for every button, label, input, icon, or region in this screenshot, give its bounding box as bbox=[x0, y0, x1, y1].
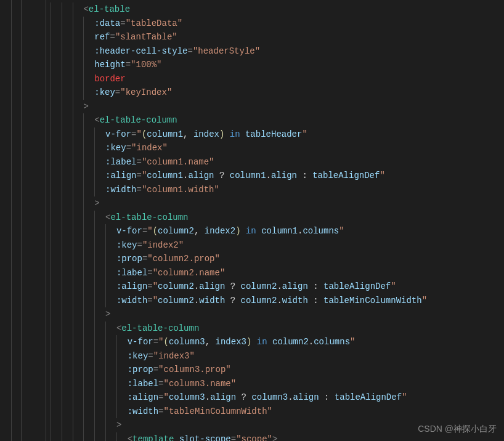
code-line[interactable]: :label="column2.name" bbox=[51, 266, 504, 280]
token-d: : bbox=[297, 171, 312, 180]
token-v: tableAlignDef bbox=[335, 392, 402, 402]
code-line[interactable]: > bbox=[51, 100, 504, 114]
code-line[interactable]: :width="column1.width" bbox=[51, 183, 504, 197]
token-d: . bbox=[277, 296, 282, 305]
code-line[interactable]: v-for="(column2, index2) in column1.colu… bbox=[51, 224, 504, 238]
code-line[interactable]: :align="column1.align ? column1.align : … bbox=[51, 169, 504, 183]
token-s: "column2.prop" bbox=[147, 254, 220, 264]
code-line[interactable]: :key="index" bbox=[51, 141, 504, 155]
token-a: :prop bbox=[116, 254, 142, 264]
code-line[interactable]: <el-table-column bbox=[51, 322, 504, 336]
code-editor[interactable]: <el-table :data="tableData" ref="slantTa… bbox=[51, 0, 504, 441]
code-line[interactable]: :prop="column3.prop" bbox=[51, 363, 504, 377]
token-p: < bbox=[94, 115, 99, 125]
code-line[interactable]: :key="index3" bbox=[51, 349, 504, 363]
token-v: column1 bbox=[230, 171, 266, 180]
token-d bbox=[224, 129, 229, 139]
token-d bbox=[256, 226, 261, 236]
token-v: column2 bbox=[272, 337, 309, 347]
code-line[interactable]: :prop="column2.prop" bbox=[51, 252, 504, 266]
token-a: :align bbox=[128, 392, 158, 402]
code-line[interactable]: v-for="(column3, index3) in column2.colu… bbox=[51, 335, 504, 349]
token-y: ( bbox=[164, 337, 169, 347]
code-line[interactable]: :key="keyIndex" bbox=[51, 86, 504, 100]
code-line[interactable]: :key="index2" bbox=[51, 238, 504, 253]
code-line[interactable]: :label="column3.name" bbox=[51, 377, 504, 391]
token-p: = bbox=[120, 18, 125, 28]
code-line[interactable]: <el-table-column bbox=[51, 113, 504, 127]
token-v: align bbox=[293, 392, 319, 402]
code-line[interactable]: height="100%" bbox=[51, 58, 504, 72]
token-d: . bbox=[266, 171, 271, 180]
token-v: column3 bbox=[169, 392, 205, 402]
token-v: width bbox=[282, 296, 308, 305]
token-k: in bbox=[246, 226, 256, 236]
token-d: , bbox=[194, 226, 205, 236]
token-v: tableAlignDef bbox=[312, 171, 380, 180]
code-line[interactable]: :header-cell-style="headerStyle" bbox=[51, 44, 504, 59]
token-p: = bbox=[136, 171, 141, 180]
token-a: :header-cell-style bbox=[94, 46, 187, 56]
token-v: column2 bbox=[158, 226, 194, 236]
token-p: = bbox=[153, 365, 158, 374]
token-d bbox=[251, 337, 256, 347]
code-line[interactable]: ref="slantTable" bbox=[51, 30, 504, 44]
token-a: v-for bbox=[128, 337, 153, 347]
code-line[interactable]: <el-table-column bbox=[51, 211, 504, 225]
token-t: el-table-column bbox=[110, 212, 188, 222]
token-v: align bbox=[282, 281, 308, 291]
token-p: > bbox=[94, 198, 99, 208]
code-line[interactable]: :align="column2.align ? column2.align : … bbox=[51, 280, 504, 294]
token-a: :label bbox=[116, 268, 147, 278]
code-line[interactable]: > bbox=[51, 307, 504, 322]
token-sq: " bbox=[339, 226, 344, 236]
token-d: : bbox=[308, 296, 323, 305]
token-p: = bbox=[126, 143, 131, 153]
token-d: . bbox=[205, 392, 210, 402]
token-d: ? bbox=[225, 296, 240, 305]
token-p: = bbox=[158, 392, 163, 402]
token-s: "column1.name" bbox=[142, 157, 214, 167]
token-p: = bbox=[136, 157, 141, 167]
token-v: align bbox=[271, 171, 297, 180]
token-p: = bbox=[158, 379, 163, 389]
token-v: columns bbox=[303, 226, 339, 236]
code-line[interactable]: :width="column2.width ? column2.width : … bbox=[51, 294, 504, 308]
token-sq: " bbox=[350, 337, 355, 347]
token-p: > bbox=[272, 434, 277, 442]
token-v: column2 bbox=[158, 296, 194, 305]
token-v: column2 bbox=[241, 281, 277, 291]
token-s: "tableData" bbox=[126, 18, 182, 28]
token-v: index3 bbox=[216, 337, 246, 347]
token-sq: " bbox=[402, 392, 407, 402]
token-a: :label bbox=[128, 379, 158, 389]
token-p: > bbox=[83, 102, 88, 111]
token-p: = bbox=[231, 434, 236, 442]
token-y: ) bbox=[235, 226, 240, 236]
token-s: "column2.name" bbox=[153, 268, 226, 278]
token-v: width bbox=[199, 296, 225, 305]
token-t: el-table bbox=[89, 4, 130, 14]
token-sq: " bbox=[158, 337, 163, 347]
code-line[interactable]: > bbox=[51, 196, 504, 211]
code-line[interactable]: :label="column1.name" bbox=[51, 155, 504, 169]
token-p: = bbox=[147, 296, 152, 305]
token-s: "index3" bbox=[153, 351, 195, 361]
code-line[interactable]: :align="column3.align ? column3.align : … bbox=[51, 390, 504, 405]
code-line[interactable]: :width="tableMinColumnWidth" bbox=[51, 405, 504, 419]
token-p: > bbox=[116, 420, 121, 430]
token-p: = bbox=[148, 351, 153, 361]
token-v: tableAlignDef bbox=[323, 281, 391, 291]
token-p: = bbox=[115, 87, 120, 97]
code-line[interactable]: :data="tableData" bbox=[51, 17, 504, 31]
token-r: border bbox=[94, 74, 125, 84]
code-line[interactable]: v-for="(column1, index) in tableHeader" bbox=[51, 127, 504, 142]
code-line[interactable]: border bbox=[51, 72, 504, 86]
token-d: : bbox=[308, 281, 323, 291]
code-line[interactable]: <el-table bbox=[51, 2, 504, 17]
token-p: = bbox=[137, 240, 142, 250]
token-d bbox=[240, 129, 245, 139]
token-t: template bbox=[132, 434, 174, 442]
token-a: :width bbox=[105, 185, 136, 195]
token-s: "scope" bbox=[236, 434, 272, 442]
